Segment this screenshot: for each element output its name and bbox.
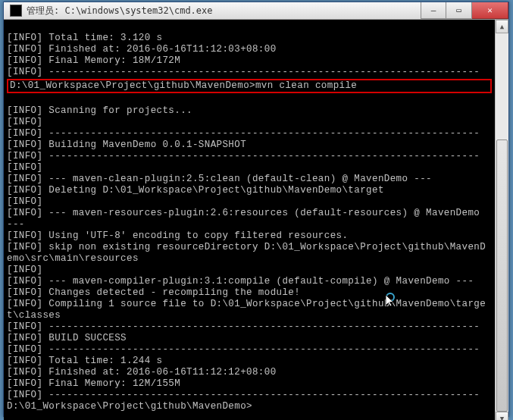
output-line: [INFO] — [7, 117, 42, 127]
prompt-line: D:\01_Workspace\Project\github\MavenDemo… — [7, 401, 252, 412]
window-title: 管理员: C:\windows\system32\cmd.exe — [27, 5, 421, 17]
output-line: [INFO] ---------------------------------… — [7, 128, 480, 139]
output-line: [INFO] Finished at: 2016-06-16T11:12:12+… — [7, 367, 277, 378]
minimize-button[interactable]: — — [421, 2, 446, 19]
cmd-window: 管理员: C:\windows\system32\cmd.exe — ▭ ✕ [… — [3, 2, 509, 417]
output-line: [INFO] Total time: 3.120 s — [7, 33, 162, 43]
scroll-track[interactable] — [496, 33, 508, 412]
output-line: t\classes — [7, 310, 61, 321]
output-line: [INFO] Using 'UTF-8' encoding to copy fi… — [7, 230, 348, 241]
command-text: mvn clean compile — [255, 80, 357, 91]
output-line: [INFO] ---------------------------------… — [7, 321, 480, 332]
output-line: emo\src\main\resources — [7, 253, 139, 264]
output-line: [INFO] ---------------------------------… — [7, 344, 480, 355]
cmd-icon — [10, 5, 22, 17]
output-line: [INFO] BUILD SUCCESS — [7, 333, 127, 343]
output-line: [INFO] --- maven-compiler-plugin:3.1:com… — [7, 276, 474, 287]
client-area: [INFO] Total time: 3.120 s [INFO] Finish… — [4, 20, 508, 420]
output-line: [INFO] Final Memory: 18M/172M — [7, 55, 180, 66]
scroll-up-button[interactable]: ▲ — [496, 20, 508, 33]
window-buttons: — ▭ ✕ — [421, 2, 508, 19]
output-line: [INFO] Final Memory: 12M/155M — [7, 378, 180, 389]
maximize-button[interactable]: ▭ — [446, 2, 472, 19]
output-line: [INFO] Compiling 1 source file to D:\01_… — [7, 299, 486, 309]
highlighted-command: D:\01_Workspace\Project\github\MavenDemo… — [7, 79, 492, 93]
output-line: [INFO] skip non existing resourceDirecto… — [7, 242, 486, 252]
output-line: --- — [7, 219, 25, 230]
prompt-text: D:\01_Workspace\Project\github\MavenDemo… — [10, 80, 255, 91]
output-line: [INFO] — [7, 162, 42, 173]
scroll-thumb[interactable] — [496, 139, 508, 412]
output-line: [INFO] Changes detected - recompiling th… — [7, 287, 300, 298]
output-line: [INFO] ---------------------------------… — [7, 151, 480, 161]
output-line: [INFO] — [7, 265, 42, 275]
output-line: [INFO] Finished at: 2016-06-16T11:12:03+… — [7, 44, 277, 55]
output-line: [INFO] — [7, 196, 42, 207]
titlebar[interactable]: 管理员: C:\windows\system32\cmd.exe — ▭ ✕ — [4, 2, 508, 20]
output-line: [INFO] Building MavenDemo 0.0.1-SNAPSHOT — [7, 139, 246, 150]
output-line: [INFO] Scanning for projects... — [7, 105, 192, 116]
output-line: [INFO] Deleting D:\01_Workspace\Project\… — [7, 185, 384, 196]
vertical-scrollbar[interactable]: ▲ ▼ — [495, 20, 508, 420]
output-line: [INFO] ---------------------------------… — [7, 390, 480, 400]
scroll-down-button[interactable]: ▼ — [496, 412, 508, 420]
output-line: [INFO] ---------------------------------… — [7, 67, 480, 77]
output-line: [INFO] --- maven-resources-plugin:2.6:re… — [7, 208, 480, 218]
terminal-output[interactable]: [INFO] Total time: 3.120 s [INFO] Finish… — [4, 20, 495, 420]
output-line: [INFO] Total time: 1.244 s — [7, 356, 162, 366]
output-line: [INFO] --- maven-clean-plugin:2.5:clean … — [7, 174, 432, 184]
close-button[interactable]: ✕ — [472, 2, 508, 19]
